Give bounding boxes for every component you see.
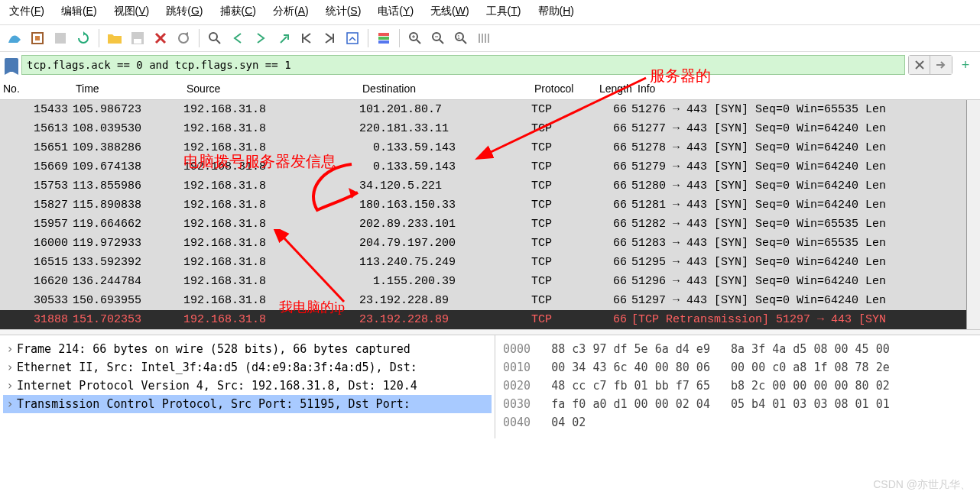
packet-row[interactable]: 15827115.890838192.168.31.8180.163.150.3… [0,196,980,215]
menu-item[interactable]: 统计(S) [326,5,362,18]
col-time[interactable]: Time [73,81,183,96]
menu-item[interactable]: 捕获(C) [220,5,256,18]
bottom-panes: ›Frame 214: 66 bytes on wire (528 bits),… [0,335,980,438]
go-forward-icon[interactable] [251,28,271,48]
packet-row[interactable]: 30533150.693955192.168.31.823.192.228.89… [0,291,980,310]
menu-item[interactable]: 跳转(G) [166,5,203,18]
colorize-icon[interactable] [374,28,394,48]
hex-line[interactable]: 0010 00 34 43 6c 40 00 80 06 00 00 c0 a8… [503,358,972,377]
menu-item[interactable]: 工具(T) [486,5,521,18]
col-no[interactable]: No. [0,81,73,96]
watermark: CSDN @亦世凡华、 [873,478,971,492]
tree-node[interactable]: ›Frame 214: 66 bytes on wire (528 bits),… [3,340,492,358]
menu-item[interactable]: 帮助(H) [538,5,574,18]
tree-node[interactable]: ›Transmission Control Protocol, Src Port… [3,395,492,413]
packet-row[interactable]: 15613108.039530192.168.31.8220.181.33.11… [0,119,980,138]
svg-line-24 [462,40,466,44]
packet-row[interactable]: 15753113.855986192.168.31.834.120.5.221T… [0,176,980,196]
svg-rect-2 [55,33,66,44]
svg-rect-1 [35,36,40,40]
filter-bar: + [0,52,980,78]
hex-line[interactable]: 0040 04 02 [503,413,972,432]
menu-item[interactable]: 分析(A) [273,5,309,18]
shark-fin-icon[interactable] [5,28,24,48]
tree-node[interactable]: ›Internet Protocol Version 4, Src: 192.1… [3,377,492,395]
packet-row[interactable]: 16515133.592392192.168.31.8113.240.75.24… [0,253,980,272]
jump-icon[interactable] [274,28,294,48]
restart-capture-icon[interactable] [73,28,93,48]
col-destination[interactable]: Destination [359,81,531,96]
svg-rect-14 [378,37,389,40]
display-filter-input[interactable] [21,55,905,75]
hex-line[interactable]: 0030 fa f0 a0 d1 00 00 02 04 05 b4 01 03… [503,395,972,413]
add-filter-button[interactable]: + [956,55,975,75]
tree-node[interactable]: ›Ethernet II, Src: Intel_3f:4a:d5 (d4:e9… [3,358,492,377]
packet-row[interactable]: 16620136.244784192.168.31.8 1.155.200.39… [0,272,980,291]
reload-icon[interactable] [174,28,193,48]
menu-item[interactable]: 电话(Y) [378,5,414,18]
svg-rect-13 [378,33,389,36]
svg-line-17 [417,40,420,44]
svg-point-7 [179,34,188,43]
close-file-icon[interactable] [151,28,170,48]
svg-line-21 [440,40,443,44]
packet-row[interactable]: 15669109.674138192.168.31.8 0.133.59.143… [0,157,980,176]
clear-filter-button[interactable] [909,56,930,74]
menu-item[interactable]: 文件(F) [9,5,44,18]
svg-text:1: 1 [457,34,460,40]
svg-line-9 [216,40,220,44]
open-file-icon[interactable] [105,28,125,48]
bookmark-icon[interactable] [5,58,18,72]
packet-bytes-hex[interactable]: 0000 88 c3 97 df 5e 6a d4 e9 8a 3f 4a d5… [495,335,980,438]
go-back-icon[interactable] [228,28,248,48]
svg-rect-4 [134,39,141,44]
packet-details-tree[interactable]: ›Frame 214: 66 bytes on wire (528 bits),… [0,335,495,438]
menu-item[interactable]: 编辑(E) [61,5,97,18]
col-source[interactable]: Source [183,81,359,96]
autoscroll-icon[interactable] [342,28,362,48]
packet-row[interactable]: 15651109.388286192.168.31.8 0.133.59.143… [0,138,980,157]
go-last-icon[interactable] [320,28,339,48]
packet-row[interactable]: 31888151.702353192.168.31.823.192.228.89… [0,310,980,329]
zoom-out-icon[interactable] [428,28,448,48]
hex-line[interactable]: 0020 48 cc c7 fb 01 bb f7 65 b8 2c 00 00… [503,377,972,395]
zoom-reset-icon[interactable]: 1 [451,28,471,48]
menu-bar: 文件(F)编辑(E)视图(V)跳转(G)捕获(C)分析(A)统计(S)电话(Y)… [0,0,980,24]
col-length[interactable]: Length [596,81,634,96]
menu-item[interactable]: 视图(V) [114,5,150,18]
packet-row[interactable]: 15957119.664662192.168.31.8202.89.233.10… [0,215,980,234]
menu-item[interactable]: 无线(W) [430,5,469,18]
packet-row[interactable]: 16000119.972933192.168.31.8204.79.197.20… [0,234,980,253]
col-protocol[interactable]: Protocol [531,81,596,96]
packet-list-header: No. Time Source Destination Protocol Len… [0,78,980,100]
pane-splitter[interactable] [0,329,980,335]
zoom-in-icon[interactable] [405,28,425,48]
stop-capture-icon[interactable] [50,28,70,48]
find-icon[interactable] [205,28,225,48]
resize-columns-icon[interactable] [474,28,494,48]
apply-filter-button[interactable] [930,56,952,74]
main-toolbar: 1 [0,24,980,52]
save-file-icon[interactable] [128,28,148,48]
capture-options-icon[interactable] [28,28,47,48]
col-info[interactable]: Info [634,81,980,96]
hex-line[interactable]: 0000 88 c3 97 df 5e 6a d4 e9 8a 3f 4a d5… [503,340,972,358]
packet-row[interactable]: 15433105.986723192.168.31.8101.201.80.7T… [0,100,980,119]
svg-point-8 [209,33,217,40]
scrollbar[interactable] [966,100,980,329]
go-first-icon[interactable] [297,28,316,48]
svg-rect-15 [378,40,389,44]
packet-list[interactable]: 15433105.986723192.168.31.8101.201.80.7T… [0,100,980,329]
